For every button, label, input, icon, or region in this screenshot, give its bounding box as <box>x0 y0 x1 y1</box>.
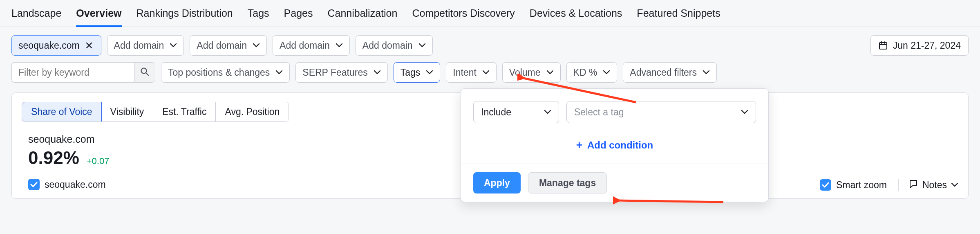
chevron-down-icon <box>741 110 748 115</box>
tag-picker-placeholder: Select a tag <box>574 107 624 118</box>
tab-devices-locations[interactable]: Devices & Locations <box>530 5 622 27</box>
checkbox-checked-icon[interactable] <box>820 179 831 191</box>
domain-chip-primary[interactable]: seoquake.com <box>11 35 101 56</box>
tab-tags[interactable]: Tags <box>248 5 269 27</box>
add-domain-4[interactable]: Add domain <box>356 35 433 56</box>
tab-competitors-discovery[interactable]: Competitors Discovery <box>412 5 515 27</box>
filter-label: KD % <box>573 67 597 78</box>
metric-tab-avg-position[interactable]: Avg. Position <box>216 102 289 122</box>
keyword-input[interactable] <box>11 62 134 83</box>
chevron-down-icon <box>544 110 551 115</box>
chevron-down-icon <box>426 70 433 75</box>
add-domain-label: Add domain <box>362 40 413 51</box>
add-domain-label: Add domain <box>280 40 330 51</box>
tag-picker[interactable]: Select a tag <box>566 101 756 123</box>
tab-rankings-distribution[interactable]: Rankings Distribution <box>136 5 233 27</box>
filter-label: Intent <box>453 67 477 78</box>
notes-label: Notes <box>922 180 947 191</box>
metric-value: 0.92% <box>28 148 79 168</box>
metric-delta: +0.07 <box>87 156 110 166</box>
metric-tab-visibility[interactable]: Visibility <box>101 102 154 122</box>
date-range-text: Jun 21-27, 2024 <box>893 40 961 51</box>
apply-button[interactable]: Apply <box>473 172 521 194</box>
add-condition-label: Add condition <box>587 140 653 151</box>
chevron-down-icon <box>170 43 177 48</box>
add-domain-label: Add domain <box>197 40 247 51</box>
chevron-down-icon <box>603 70 610 75</box>
note-icon <box>908 179 918 191</box>
chevron-down-icon <box>336 43 343 48</box>
date-range-picker[interactable]: Jun 21-27, 2024 <box>870 35 969 56</box>
tab-landscape[interactable]: Landscape <box>11 5 61 27</box>
filter-advanced[interactable]: Advanced filters <box>623 62 717 83</box>
filter-top-positions[interactable]: Top positions & changes <box>161 62 290 83</box>
checkbox-checked-icon[interactable] <box>28 179 40 190</box>
tab-overview[interactable]: Overview <box>76 5 121 27</box>
chevron-down-icon <box>418 43 426 48</box>
chevron-down-icon <box>951 182 958 187</box>
add-domain-2[interactable]: Add domain <box>190 35 267 56</box>
chevron-down-icon <box>482 70 490 75</box>
card-footer: Smart zoom Notes <box>820 179 958 191</box>
filter-intent[interactable]: Intent <box>446 62 497 83</box>
tab-cannibalization[interactable]: Cannibalization <box>327 5 397 27</box>
keyword-search <box>11 62 155 83</box>
legend-label: seoquake.com <box>45 179 106 190</box>
add-domain-label: Add domain <box>114 40 164 51</box>
filter-serp-features[interactable]: SERP Features <box>295 62 387 83</box>
smart-zoom-label: Smart zoom <box>836 180 887 191</box>
add-domain-3[interactable]: Add domain <box>273 35 350 56</box>
filter-label: Top positions & changes <box>168 67 270 78</box>
filter-tags[interactable]: Tags <box>394 62 441 83</box>
calendar-icon <box>878 40 888 50</box>
chevron-down-icon <box>546 70 554 75</box>
svg-rect-0 <box>879 43 887 49</box>
add-domain-1[interactable]: Add domain <box>107 35 184 56</box>
chevron-down-icon <box>374 70 381 75</box>
main-tabs: Landscape Overview Rankings Distribution… <box>0 0 980 27</box>
tags-mode-value: Include <box>481 107 511 118</box>
filter-label: Advanced filters <box>630 67 697 78</box>
metric-tabs: Share of Voice Visibility Est. Traffic A… <box>22 102 289 122</box>
search-icon <box>140 67 149 78</box>
chevron-down-icon <box>275 70 283 75</box>
chevron-down-icon <box>703 70 710 75</box>
search-button[interactable] <box>134 62 155 83</box>
add-condition-button[interactable]: + Add condition <box>576 139 653 151</box>
plus-icon: + <box>576 139 582 151</box>
filter-kd[interactable]: KD % <box>566 62 618 83</box>
smart-zoom-toggle[interactable]: Smart zoom <box>820 179 887 191</box>
filter-label: SERP Features <box>302 67 367 78</box>
toolbar: seoquake.com Add domain Add domain Add d… <box>0 27 980 83</box>
filter-label: Tags <box>401 67 421 78</box>
metric-tab-est-traffic[interactable]: Est. Traffic <box>153 102 216 122</box>
tab-pages[interactable]: Pages <box>284 5 313 27</box>
tab-featured-snippets[interactable]: Featured Snippets <box>637 5 720 27</box>
filter-volume[interactable]: Volume <box>502 62 561 83</box>
manage-tags-button[interactable]: Manage tags <box>528 172 607 194</box>
close-icon[interactable] <box>84 40 94 51</box>
tags-mode-select[interactable]: Include <box>473 101 559 123</box>
notes-button[interactable]: Notes <box>898 179 958 191</box>
chevron-down-icon <box>253 43 260 48</box>
domain-chip-label: seoquake.com <box>18 40 80 51</box>
tags-dropdown-panel: Include Select a tag + Add condition App… <box>461 88 769 199</box>
metric-tab-share-of-voice[interactable]: Share of Voice <box>22 102 102 122</box>
filter-label: Volume <box>509 67 541 78</box>
